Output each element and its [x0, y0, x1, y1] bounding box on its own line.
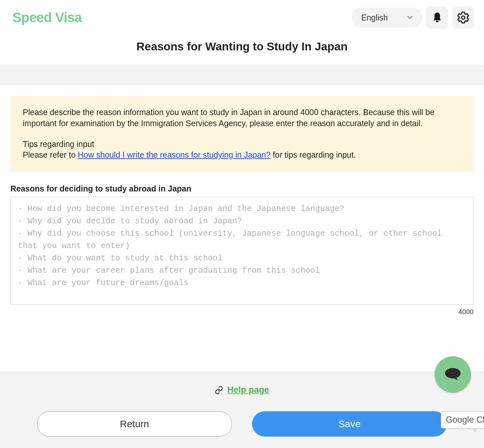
info-paragraph: Please describe the reason information y…	[23, 107, 461, 129]
save-button[interactable]: Save	[252, 411, 447, 437]
bell-icon	[432, 11, 443, 24]
language-select[interactable]: English	[351, 8, 422, 28]
svg-point-0	[445, 368, 461, 378]
gear-icon	[457, 11, 470, 24]
section-divider	[0, 64, 484, 85]
tips-suffix: for tips regarding input.	[271, 150, 356, 159]
chat-fab[interactable]	[435, 356, 471, 393]
tips-link[interactable]: How should I write the reasons for study…	[78, 150, 271, 159]
tips-heading: Tips regarding input	[23, 139, 461, 150]
tips-line: Please refer to How should I write the r…	[23, 150, 461, 161]
tips-prefix: Please refer to	[23, 150, 78, 159]
char-count: 4000	[458, 308, 474, 316]
language-selected-label: English	[361, 13, 388, 22]
header: Speed Visa English	[0, 0, 484, 33]
button-row: Return Save	[0, 411, 484, 448]
chat-icon	[444, 367, 462, 382]
page-title: Reasons for Wanting to Study In Japan	[0, 33, 484, 64]
return-button[interactable]: Return	[37, 411, 232, 437]
logo: Speed Visa	[12, 10, 82, 25]
link-icon	[215, 386, 223, 394]
main-content: Please describe the reason information y…	[0, 85, 484, 312]
help-page-link[interactable]: Help page	[227, 385, 269, 395]
reasons-field-wrapper: 4000	[10, 197, 474, 306]
header-actions: English	[351, 7, 474, 29]
footer: Help page Return Save	[0, 372, 484, 448]
settings-button[interactable]	[452, 7, 474, 29]
chevron-down-icon	[407, 16, 413, 19]
reasons-textarea[interactable]	[10, 197, 474, 305]
help-row: Help page	[0, 385, 484, 395]
translate-badge[interactable]: Google Ch	[441, 411, 484, 428]
info-box: Please describe the reason information y…	[10, 96, 474, 172]
translate-badge-tail	[472, 428, 478, 432]
reasons-field-label: Reasons for deciding to study abroad in …	[10, 184, 474, 193]
notifications-button[interactable]	[426, 7, 448, 29]
